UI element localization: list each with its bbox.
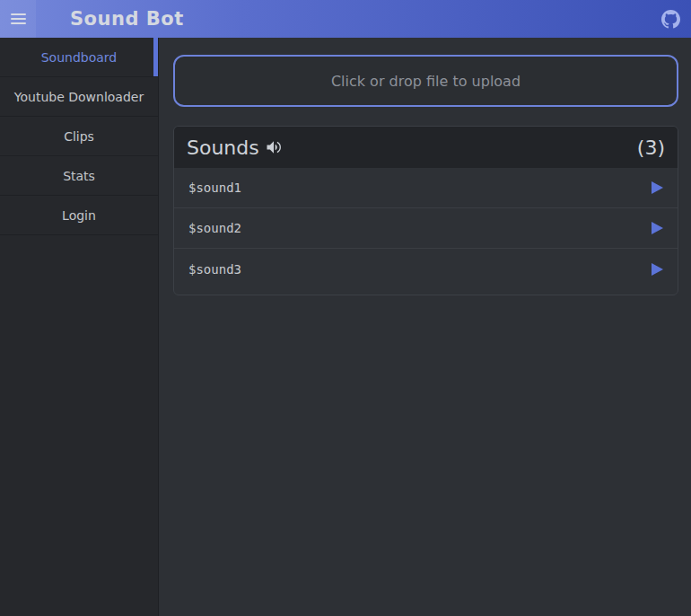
main-content: Click or drop file to upload Sounds (3) … — [160, 38, 691, 616]
sound-name: $sound3 — [188, 262, 241, 277]
sounds-title: Sounds — [187, 136, 259, 159]
sidebar-item-youtube-downloader[interactable]: Youtube Downloader — [0, 77, 158, 117]
hamburger-icon — [11, 18, 26, 20]
sounds-count-badge: (3) — [637, 136, 665, 159]
github-icon — [661, 10, 680, 29]
menu-toggle-button[interactable] — [0, 0, 36, 38]
sidebar: Soundboard Youtube Downloader Clips Stat… — [0, 38, 159, 616]
file-upload-dropzone[interactable]: Click or drop file to upload — [173, 55, 678, 107]
play-sound-button[interactable] — [652, 222, 663, 234]
hamburger-icon — [11, 13, 26, 15]
sound-row: $sound3 — [174, 249, 678, 289]
github-link[interactable] — [660, 9, 680, 29]
sound-row: $sound2 — [174, 208, 678, 249]
sounds-panel-header: Sounds (3) — [174, 127, 678, 168]
sound-name: $sound2 — [188, 221, 241, 235]
play-sound-button[interactable] — [652, 263, 663, 276]
sidebar-item-stats[interactable]: Stats — [0, 156, 158, 196]
sound-row: $sound1 — [174, 168, 678, 208]
app-header: Sound Bot — [0, 0, 691, 38]
volume-up-icon — [265, 138, 283, 156]
dropzone-label: Click or drop file to upload — [331, 73, 520, 90]
app-title: Sound Bot — [70, 8, 184, 30]
play-sound-button[interactable] — [652, 181, 663, 194]
sidebar-item-login[interactable]: Login — [0, 196, 158, 235]
play-icon — [652, 222, 663, 234]
sounds-panel: Sounds (3) $sound1 $sound2 — [173, 126, 678, 295]
sidebar-item-soundboard[interactable]: Soundboard — [0, 38, 158, 77]
sidebar-item-clips[interactable]: Clips — [0, 117, 158, 156]
hamburger-icon — [11, 22, 26, 24]
play-icon — [652, 181, 663, 194]
sound-name: $sound1 — [188, 180, 241, 195]
play-icon — [652, 263, 663, 276]
